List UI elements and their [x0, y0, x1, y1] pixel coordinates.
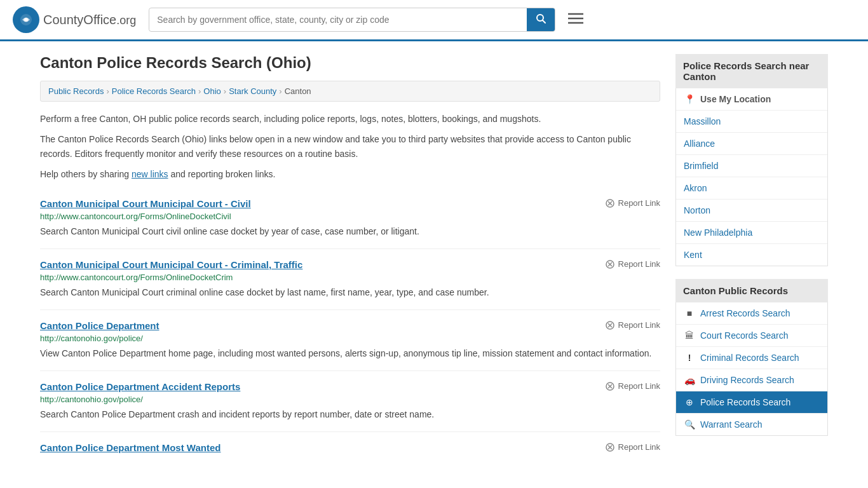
nearby-section: Police Records Search near Canton 📍 Use … — [675, 54, 828, 266]
list-item: Kent — [676, 244, 827, 266]
report-link-button[interactable]: Report Link — [605, 320, 660, 330]
report-link-button[interactable]: Report Link — [605, 198, 660, 208]
result-desc: Search Canton Municipal Court civil onli… — [40, 225, 660, 238]
court-records-link[interactable]: 🏛 Court Records Search — [676, 325, 827, 346]
result-url: http://www.cantoncourt.org/Forms/OnlineD… — [40, 273, 660, 282]
breadcrumb-police-records-search[interactable]: Police Records Search — [112, 86, 196, 96]
arrest-label: Arrest Records Search — [700, 308, 790, 318]
result-item: Canton Police Department Report Link htt… — [40, 310, 660, 371]
arrest-records-link[interactable]: ■ Arrest Records Search — [676, 302, 827, 324]
list-item: Massillon — [676, 111, 827, 133]
result-url: http://www.cantoncourt.org/Forms/OnlineD… — [40, 212, 660, 221]
list-item: Norton — [676, 200, 827, 222]
list-item: 🏛 Court Records Search — [676, 325, 827, 347]
breadcrumb-ohio[interactable]: Ohio — [203, 86, 220, 96]
police-icon: ⊕ — [684, 397, 695, 407]
public-records-section: Canton Public Records ■ Arrest Records S… — [675, 279, 828, 436]
nearby-list: 📍 Use My Location Massillon Alliance Bri… — [675, 88, 828, 266]
list-item: ■ Arrest Records Search — [676, 302, 827, 325]
main-container: Canton Police Records Search (Ohio) Publ… — [27, 41, 841, 488]
list-item: 📍 Use My Location — [676, 88, 827, 111]
result-title[interactable]: Canton Police Department — [40, 320, 159, 331]
list-item: ⊕ Police Records Search — [676, 391, 827, 414]
breadcrumb-canton: Canton — [285, 86, 311, 96]
norton-link[interactable]: Norton — [676, 200, 827, 221]
result-desc: View Canton Police Department home page,… — [40, 347, 660, 360]
public-records-title: Canton Public Records — [675, 279, 828, 302]
search-input[interactable] — [149, 10, 527, 30]
nearby-title: Police Records Search near Canton — [675, 54, 828, 88]
result-title[interactable]: Canton Municipal Court Municipal Court -… — [40, 198, 251, 209]
main-content: Canton Police Records Search (Ohio) Publ… — [40, 54, 660, 466]
result-item: Canton Municipal Court Municipal Court -… — [40, 249, 660, 310]
sidebar: Police Records Search near Canton 📍 Use … — [675, 54, 828, 466]
police-label: Police Records Search — [700, 397, 790, 407]
list-item: 🚗 Driving Records Search — [676, 369, 827, 391]
menu-button[interactable] — [568, 11, 583, 28]
use-location-label: Use My Location — [700, 94, 771, 104]
court-icon: 🏛 — [684, 330, 695, 341]
report-link-button[interactable]: Report Link — [605, 259, 660, 269]
breadcrumb: Public Records › Police Records Search ›… — [40, 81, 660, 102]
result-title[interactable]: Canton Police Department Accident Report… — [40, 381, 240, 392]
list-item: New Philadelphia — [676, 222, 827, 244]
svg-point-2 — [24, 18, 28, 22]
report-link-button[interactable]: Report Link — [605, 442, 660, 452]
list-item: Akron — [676, 177, 827, 200]
result-title[interactable]: Canton Police Department Most Wanted — [40, 442, 220, 453]
alliance-link[interactable]: Alliance — [676, 133, 827, 154]
result-item: Canton Police Department Accident Report… — [40, 371, 660, 432]
site-header: CountyOffice.org — [0, 0, 868, 41]
warrant-search-link[interactable]: 🔍 Warrant Search — [676, 414, 827, 435]
report-link-button[interactable]: Report Link — [605, 381, 660, 391]
warrant-icon: 🔍 — [684, 419, 695, 430]
breadcrumb-stark-county[interactable]: Stark County — [229, 86, 276, 96]
result-url: http://cantonohio.gov/police/ — [40, 395, 660, 404]
new-philadelphia-link[interactable]: New Philadelphia — [676, 222, 827, 243]
new-links-link[interactable]: new links — [132, 169, 168, 179]
warrant-label: Warrant Search — [700, 419, 763, 430]
driving-records-link[interactable]: 🚗 Driving Records Search — [676, 369, 827, 391]
list-item: 🔍 Warrant Search — [676, 414, 827, 435]
list-item: Alliance — [676, 133, 827, 155]
list-item: ! Criminal Records Search — [676, 347, 827, 369]
arrest-icon: ■ — [684, 308, 695, 318]
police-records-link[interactable]: ⊕ Police Records Search — [676, 391, 827, 413]
driving-label: Driving Records Search — [700, 375, 794, 385]
list-item: Brimfield — [676, 155, 827, 177]
logo-text: CountyOffice.org — [43, 13, 136, 27]
description-para2: The Canton Police Records Search (Ohio) … — [40, 132, 660, 161]
site-logo[interactable]: CountyOffice.org — [13, 6, 136, 33]
result-desc: Search Canton Police Department crash an… — [40, 408, 660, 421]
use-location-link[interactable]: 📍 Use My Location — [676, 88, 827, 110]
logo-icon — [13, 6, 39, 33]
driving-icon: 🚗 — [684, 375, 695, 385]
massillon-link[interactable]: Massillon — [676, 111, 827, 132]
criminal-records-link[interactable]: ! Criminal Records Search — [676, 347, 827, 369]
result-item: Canton Police Department Most Wanted Rep… — [40, 432, 660, 466]
criminal-label: Criminal Records Search — [700, 353, 799, 363]
court-label: Court Records Search — [700, 330, 789, 341]
description-para3: Help others by sharing new links and rep… — [40, 167, 660, 181]
kent-link[interactable]: Kent — [676, 244, 827, 266]
search-bar — [149, 8, 555, 32]
criminal-icon: ! — [684, 353, 695, 363]
result-item: Canton Municipal Court Municipal Court -… — [40, 188, 660, 249]
brimfield-link[interactable]: Brimfield — [676, 155, 827, 177]
search-button[interactable] — [527, 8, 555, 31]
result-url: http://cantonohio.gov/police/ — [40, 334, 660, 343]
location-icon: 📍 — [684, 94, 695, 104]
page-title: Canton Police Records Search (Ohio) — [40, 54, 660, 72]
breadcrumb-public-records[interactable]: Public Records — [48, 86, 104, 96]
akron-link[interactable]: Akron — [676, 177, 827, 199]
svg-line-4 — [543, 20, 545, 23]
public-records-list: ■ Arrest Records Search 🏛 Court Records … — [675, 302, 828, 436]
description-para1: Perform a free Canton, OH public police … — [40, 112, 660, 126]
result-desc: Search Canton Municipal Court criminal o… — [40, 286, 660, 299]
result-title[interactable]: Canton Municipal Court Municipal Court -… — [40, 259, 302, 270]
